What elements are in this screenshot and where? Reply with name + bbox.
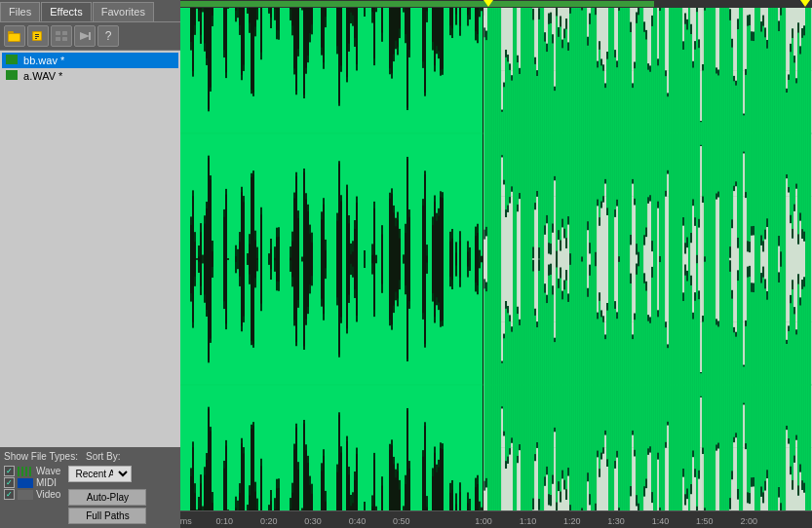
selection-end-marker[interactable] bbox=[800, 0, 810, 7]
extract-btn[interactable] bbox=[74, 25, 96, 47]
svg-rect-11 bbox=[62, 37, 67, 41]
auto-play-btn[interactable]: Auto-Play bbox=[68, 489, 146, 506]
timeline-label-040: 0:40 bbox=[349, 516, 367, 526]
timeline: hms 0:10 0:20 0:30 0:40 0:50 1:00 1:10 1… bbox=[180, 510, 812, 528]
progress-bar[interactable] bbox=[180, 0, 812, 8]
video-icon bbox=[18, 490, 33, 500]
file-item-a[interactable]: a.WAV * bbox=[2, 68, 178, 84]
svg-marker-12 bbox=[80, 32, 90, 40]
timeline-label-150: 1:50 bbox=[696, 516, 714, 526]
midi-checkbox[interactable]: ✓ bbox=[4, 477, 15, 488]
tab-files[interactable]: Files bbox=[0, 2, 40, 21]
timeline-label-200: 2:00 bbox=[740, 516, 757, 526]
bottom-controls: Show File Types: Sort By: ✓ Wave ✓ MIDI … bbox=[0, 447, 180, 528]
tab-effects[interactable]: Effects bbox=[41, 2, 91, 21]
file-list: bb.wav * a.WAV * bbox=[0, 51, 180, 447]
svg-rect-10 bbox=[56, 37, 60, 41]
waveform-area bbox=[180, 8, 812, 510]
sort-dropdown-row: Recent Ac bbox=[68, 466, 146, 482]
svg-rect-8 bbox=[56, 31, 60, 35]
show-file-types-label: Show File Types: bbox=[4, 451, 78, 462]
main-area: hms 0:10 0:20 0:30 0:40 0:50 1:00 1:10 1… bbox=[180, 0, 812, 528]
sort-by-label: Sort By: bbox=[86, 451, 121, 462]
sort-by-dropdown[interactable]: Recent Ac bbox=[68, 466, 132, 482]
timeline-label-130: 1:30 bbox=[607, 516, 625, 526]
checkboxes: ✓ Wave ✓ MIDI ✓ Video bbox=[4, 466, 60, 520]
bottom-buttons: Auto-Play Full Paths bbox=[68, 489, 146, 524]
svg-rect-5 bbox=[35, 34, 39, 35]
progress-fill bbox=[180, 1, 654, 7]
file-item-bb[interactable]: bb.wav * bbox=[2, 53, 178, 68]
timeline-label-030: 0:30 bbox=[304, 516, 322, 526]
svg-rect-9 bbox=[62, 31, 67, 35]
video-checkbox[interactable]: ✓ bbox=[4, 489, 15, 500]
show-file-types-row: Show File Types: Sort By: bbox=[4, 451, 176, 462]
timeline-label-110: 1:10 bbox=[520, 516, 537, 526]
left-panel: Files Effects Favorites bbox=[0, 0, 180, 528]
full-paths-btn[interactable]: Full Paths bbox=[68, 508, 146, 524]
waveform-track-1[interactable] bbox=[180, 8, 812, 259]
timeline-label-140: 1:40 bbox=[652, 516, 670, 526]
file-toolbar: ? bbox=[0, 22, 180, 51]
timeline-label-010: 0:10 bbox=[216, 516, 234, 526]
midi-icon bbox=[18, 478, 33, 488]
selection-start-marker[interactable] bbox=[483, 0, 493, 7]
svg-rect-13 bbox=[89, 32, 91, 40]
tab-bar: Files Effects Favorites bbox=[0, 0, 180, 22]
svg-rect-7 bbox=[35, 38, 37, 39]
timeline-label-100: 1:00 bbox=[475, 516, 492, 526]
wave-checkbox[interactable]: ✓ bbox=[4, 466, 15, 476]
svg-rect-2 bbox=[9, 34, 19, 41]
timeline-label-020: 0:20 bbox=[260, 516, 278, 526]
open-folder-btn[interactable] bbox=[4, 25, 25, 47]
svg-rect-1 bbox=[8, 31, 14, 34]
midi-checkbox-row: ✓ MIDI bbox=[4, 477, 60, 488]
wave-icon bbox=[18, 467, 33, 476]
timeline-label-hms: hms bbox=[180, 516, 192, 526]
timeline-label-120: 1:20 bbox=[563, 516, 581, 526]
video-checkbox-row: ✓ Video bbox=[4, 489, 60, 500]
open-recent-btn[interactable] bbox=[27, 25, 49, 47]
wave-checkbox-row: ✓ Wave bbox=[4, 466, 60, 476]
waveform-canvas-2 bbox=[180, 259, 812, 510]
waveform-track-2[interactable] bbox=[180, 259, 812, 510]
file-wave-icon-2 bbox=[6, 70, 18, 80]
svg-rect-6 bbox=[35, 36, 39, 37]
timeline-label-050: 0:50 bbox=[393, 516, 410, 526]
waveform-canvas-1 bbox=[180, 8, 812, 259]
thumbnails-btn[interactable] bbox=[51, 25, 72, 47]
tab-favorites[interactable]: Favorites bbox=[93, 2, 154, 21]
file-wave-icon bbox=[6, 55, 18, 64]
help-btn[interactable]: ? bbox=[97, 25, 119, 47]
